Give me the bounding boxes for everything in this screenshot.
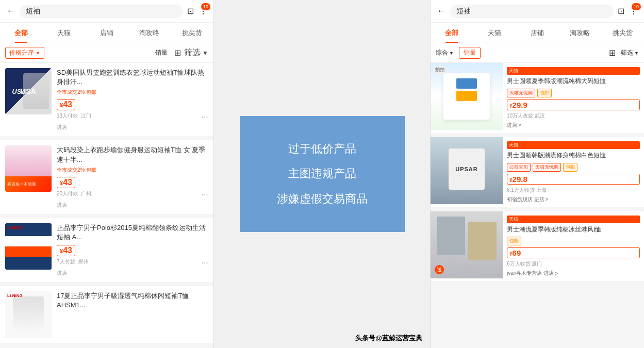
watermark-text: 头条号@蓝鲸运营宝典	[355, 334, 422, 343]
right-view-toggle[interactable]: ⊞	[609, 48, 616, 58]
right-badge: 10	[632, 3, 641, 10]
left-tab-all[interactable]: 全部	[0, 23, 43, 43]
left-product-4-image: LI-NING	[5, 291, 52, 338]
right-product-3[interactable]: 送 天猫 男士潮流夏季韩版纯棉冰丝港风t恤 包邮 ¥69 6万人收货 厦门 jv…	[431, 211, 644, 281]
left-product-1-title: SD美国队男篮跑篮训练衣篮球运动短袖T恤球队热身排汗...	[57, 68, 208, 87]
right-tab-tmall[interactable]: 天猫	[473, 23, 516, 43]
left-notification[interactable]: ⋮ 10	[199, 6, 207, 16]
right-product-2[interactable]: UPSAR 天猫 男士圆领韩版潮流修身纯棉白色短恤 公益宝贝 天猫无忧购 包邮 …	[431, 137, 644, 207]
left-product-3-image: LI-NING	[5, 223, 52, 270]
left-product-3-title: 正品李宁男子Polo杉2015夏纯棉翻领条纹运动生活短袖 A...	[57, 223, 208, 242]
right-comprehensive-btn[interactable]: 综合 ▼	[436, 48, 454, 57]
right-tab-top[interactable]: 挑尖货	[601, 23, 644, 43]
right-product-1-image: 拍拍	[431, 63, 503, 130]
right-comprehensive-label: 综合	[436, 48, 448, 57]
left-product-2-price-row: ¥43	[57, 177, 208, 188]
left-product-2-meta: 20人付款 广州 ···	[57, 190, 208, 200]
left-product-2-enter[interactable]: 进店	[57, 202, 208, 209]
right-product-2-meta: 6.1万人收货 上海	[507, 187, 640, 194]
right-product-list: 拍拍 天猫 男士圆领夏季韩版潮流纯棉大码短恤 天猫无忧购 包邮 ¥29.9 10…	[431, 63, 644, 348]
left-view-toggle-icon[interactable]: ⊞	[174, 48, 181, 58]
left-product-4[interactable]: LI-NING 17夏正品李宁男子吸湿透气纯棉休闲短袖T恤AHSM1...	[0, 286, 213, 343]
left-tab-guide[interactable]: 淘攻略	[128, 23, 171, 43]
left-phone: ← 短袖 ⊡ ⋮ 10 全部 天猫 店铺 淘攻略 挑尖货 价格升序 ▼ 销量 ⊞…	[0, 0, 214, 348]
right-camera-icon[interactable]: ⊡	[618, 6, 624, 16]
right-comprehensive-arrow: ▼	[449, 51, 454, 56]
left-price-sort-arrow: ▼	[36, 51, 40, 56]
right-tab-guide[interactable]: 淘攻略	[558, 23, 601, 43]
left-header: ← 短袖 ⊡ ⋮ 10	[0, 0, 213, 23]
left-product-1-image: USA	[5, 68, 52, 114]
right-product-3-info: 天猫 男士潮流夏季韩版纯棉冰丝港风t恤 包邮 ¥69 6万人收货 厦门 jvan…	[503, 211, 644, 281]
left-product-1-enter[interactable]: 进店	[57, 124, 208, 131]
right-notification[interactable]: ⋮ 10	[630, 6, 638, 16]
right-product-1-coupon: 天猫无忧购	[507, 89, 535, 97]
right-product-3-gift-icon: 送	[435, 265, 444, 274]
overlay-line-1: 过于低价产品	[255, 137, 389, 161]
left-back-icon[interactable]: ←	[6, 6, 15, 16]
left-header-icons: ⊡ ⋮ 10	[187, 6, 207, 16]
right-product-2-coupon2: 天猫无忧购	[533, 163, 561, 172]
left-product-3[interactable]: LI-NING 正品李宁男子Polo杉2015夏纯棉翻领条纹运动生活短袖 A..…	[0, 218, 213, 282]
left-product-3-more[interactable]: ···	[202, 258, 208, 268]
left-product-1-more[interactable]: ···	[202, 112, 208, 122]
right-filter-btn[interactable]: 筛选 ▼	[621, 48, 639, 57]
right-product-1[interactable]: 拍拍 天猫 男士圆领夏季韩版潮流纯棉大码短恤 天猫无忧购 包邮 ¥29.9 10…	[431, 63, 644, 133]
right-product-3-enter[interactable]: jvan寻木专营店 进店	[507, 270, 640, 277]
right-product-2-ship: 包邮	[563, 163, 577, 172]
left-product-1-meta: 13人付款 江门 ···	[57, 112, 208, 122]
right-product-3-meta: 6万人收货 厦门	[507, 260, 640, 268]
right-tab-store[interactable]: 店铺	[516, 23, 559, 43]
right-filter-icon: ▼	[634, 51, 639, 56]
left-price-sort-btn[interactable]: 价格升序 ▼	[5, 47, 44, 59]
right-product-2-title: 男士圆领韩版潮流修身纯棉白色短恤	[507, 151, 640, 160]
right-header: ← 短袖 ⊡ ⋮ 10	[431, 0, 644, 23]
right-search-box[interactable]: 短袖	[450, 5, 614, 18]
right-back-icon[interactable]: ←	[437, 6, 446, 16]
right-product-3-image: 送	[431, 211, 503, 278]
right-product-2-coupon1: 公益宝贝	[507, 163, 531, 172]
left-product-3-info: 正品李宁男子Polo杉2015夏纯棉翻领条纹运动生活短袖 A... ¥43 7人…	[57, 223, 208, 277]
left-sales-btn[interactable]: 销量	[152, 47, 171, 58]
left-product-4-title: 17夏正品李宁男子吸湿透气纯棉休闲短袖T恤AHSM1...	[57, 291, 208, 310]
left-filter-bar: 价格升序 ▼ 销量 ⊞ 筛选 ▼	[0, 43, 213, 63]
right-product-1-info: 天猫 男士圆领夏季韩版潮流纯棉大码短恤 天猫无忧购 包邮 ¥29.9 10万人收…	[503, 63, 644, 133]
left-tab-top[interactable]: 挑尖货	[171, 23, 213, 43]
right-header-icons: ⊡ ⋮ 10	[618, 6, 638, 16]
right-product-2-enter[interactable]: 初宿旗舰店 进店	[507, 196, 640, 203]
left-product-2[interactable]: 买四免一不限量 大码段染上衣跑步瑜伽健身服运动短袖T恤 女 夏季速干半... 全…	[0, 140, 213, 213]
right-product-1-title: 男士圆领夏季韩版潮流纯棉大码短恤	[507, 77, 640, 86]
left-product-1-price: ¥43	[57, 99, 75, 110]
right-product-1-ship: 包邮	[537, 89, 552, 97]
overlay-box: 过于低价产品 主图违规产品 涉嫌虚假交易商品	[240, 116, 405, 232]
left-filter-icon: ▼	[202, 49, 208, 57]
left-product-3-meta: 7人付款 郑州 ···	[57, 258, 208, 268]
right-sales-btn[interactable]: 销量	[459, 47, 481, 59]
right-product-2-tmall: 天猫	[507, 141, 640, 149]
right-tab-all[interactable]: 全部	[431, 23, 473, 43]
left-filter-label: 筛选	[184, 47, 201, 58]
left-camera-icon[interactable]: ⊡	[187, 6, 194, 16]
right-product-1-enter[interactable]: 进店	[507, 122, 640, 129]
right-filter-label: 筛选	[621, 48, 633, 57]
right-product-3-tmall: 天猫	[507, 216, 640, 223]
left-product-2-info: 大码段染上衣跑步瑜伽健身服运动短袖T恤 女 夏季速干半... 全市成交2% 包邮…	[57, 145, 208, 208]
right-product-2-price: ¥29.8	[507, 174, 640, 185]
left-tab-tmall[interactable]: 天猫	[43, 23, 86, 43]
left-product-1[interactable]: USA SD美国队男篮跑篮训练衣篮球运动短袖T恤球队热身排汗... 全市成交2%…	[0, 63, 213, 136]
right-product-1-tmall: 天猫	[507, 67, 640, 75]
left-product-list: USA SD美国队男篮跑篮训练衣篮球运动短袖T恤球队热身排汗... 全市成交2%…	[0, 63, 213, 348]
right-search-text: 短袖	[456, 7, 471, 16]
left-product-4-info: 17夏正品李宁男子吸湿透气纯棉休闲短袖T恤AHSM1...	[57, 291, 208, 338]
left-tab-store[interactable]: 店铺	[86, 23, 128, 43]
right-product-1-meta: 10万人收款 武汉	[507, 112, 640, 120]
left-product-2-price: ¥43	[57, 177, 75, 188]
left-product-1-tag: 全市成交2% 包邮	[57, 89, 208, 96]
left-search-box[interactable]: 短袖	[20, 5, 183, 18]
left-product-2-title: 大码段染上衣跑步瑜伽健身服运动短袖T恤 女 夏季速干半...	[57, 145, 208, 164]
left-product-3-enter[interactable]: 进店	[57, 270, 208, 277]
left-filter-btn[interactable]: 筛选 ▼	[184, 47, 208, 58]
left-product-3-price: ¥43	[57, 245, 75, 256]
left-product-2-more[interactable]: ···	[202, 190, 208, 200]
left-product-2-image: 买四免一不限量	[5, 145, 52, 192]
